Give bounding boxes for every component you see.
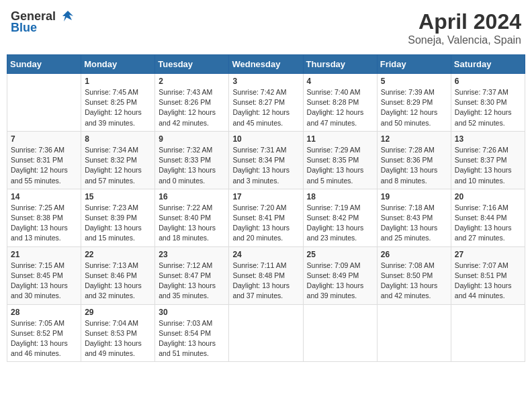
calendar-day-cell: 8Sunrise: 7:34 AMSunset: 8:32 PMDaylight…: [81, 131, 155, 189]
day-number: 2: [159, 77, 225, 86]
calendar-day-cell: 24Sunrise: 7:11 AMSunset: 8:48 PMDayligh…: [229, 246, 303, 304]
day-number: 6: [455, 77, 521, 86]
calendar-day-cell: [229, 304, 303, 362]
day-number: 26: [381, 250, 447, 259]
day-number: 1: [85, 77, 151, 86]
day-number: 7: [11, 134, 77, 144]
calendar-day-cell: 16Sunrise: 7:22 AMSunset: 8:40 PMDayligh…: [155, 189, 229, 246]
calendar-day-cell: 22Sunrise: 7:13 AMSunset: 8:46 PMDayligh…: [81, 246, 155, 304]
calendar-day-cell: 9Sunrise: 7:32 AMSunset: 8:33 PMDaylight…: [155, 131, 229, 189]
calendar-day-cell: 12Sunrise: 7:28 AMSunset: 8:36 PMDayligh…: [377, 131, 451, 189]
day-number: 11: [307, 134, 373, 144]
calendar-day-cell: [7, 74, 81, 132]
day-info: Sunrise: 7:31 AMSunset: 8:34 PMDaylight:…: [232, 145, 299, 186]
day-number: 4: [307, 77, 373, 86]
calendar-day-cell: [303, 304, 377, 362]
day-info: Sunrise: 7:05 AMSunset: 8:52 PMDaylight:…: [11, 318, 77, 359]
calendar-day-cell: 5Sunrise: 7:39 AMSunset: 8:29 PMDaylight…: [377, 74, 451, 132]
day-of-week-header: Sunday: [7, 55, 81, 74]
day-number: 29: [85, 308, 151, 317]
calendar-day-cell: 23Sunrise: 7:12 AMSunset: 8:47 PMDayligh…: [155, 246, 229, 304]
day-of-week-header: Saturday: [451, 55, 525, 74]
day-info: Sunrise: 7:29 AMSunset: 8:35 PMDaylight:…: [307, 145, 373, 186]
day-of-week-header: Wednesday: [229, 55, 303, 74]
day-number: 28: [11, 308, 77, 317]
day-info: Sunrise: 7:04 AMSunset: 8:53 PMDaylight:…: [85, 318, 151, 359]
day-info: Sunrise: 7:23 AMSunset: 8:39 PMDaylight:…: [85, 203, 151, 244]
day-info: Sunrise: 7:45 AMSunset: 8:25 PMDaylight:…: [85, 87, 151, 128]
day-number: 12: [381, 134, 447, 144]
day-info: Sunrise: 7:22 AMSunset: 8:40 PMDaylight:…: [159, 203, 225, 244]
day-number: 3: [232, 77, 299, 86]
calendar-day-cell: 28Sunrise: 7:05 AMSunset: 8:52 PMDayligh…: [7, 304, 81, 362]
day-info: Sunrise: 7:08 AMSunset: 8:50 PMDaylight:…: [381, 261, 447, 302]
svg-marker-0: [62, 11, 73, 21]
calendar-day-cell: 1Sunrise: 7:45 AMSunset: 8:25 PMDaylight…: [81, 74, 155, 132]
day-info: Sunrise: 7:42 AMSunset: 8:27 PMDaylight:…: [232, 87, 299, 128]
calendar-week-row: 7Sunrise: 7:36 AMSunset: 8:31 PMDaylight…: [7, 131, 525, 189]
day-number: 14: [11, 192, 77, 201]
day-number: 20: [455, 192, 521, 201]
calendar-week-row: 28Sunrise: 7:05 AMSunset: 8:52 PMDayligh…: [7, 304, 525, 362]
calendar-table: SundayMondayTuesdayWednesdayThursdayFrid…: [7, 54, 525, 362]
day-number: 22: [85, 250, 151, 259]
day-info: Sunrise: 7:28 AMSunset: 8:36 PMDaylight:…: [381, 145, 447, 186]
calendar-week-row: 1Sunrise: 7:45 AMSunset: 8:25 PMDaylight…: [7, 74, 525, 132]
calendar-day-cell: 7Sunrise: 7:36 AMSunset: 8:31 PMDaylight…: [7, 131, 81, 189]
calendar-day-cell: 26Sunrise: 7:08 AMSunset: 8:50 PMDayligh…: [377, 246, 451, 304]
calendar-day-cell: 13Sunrise: 7:26 AMSunset: 8:37 PMDayligh…: [451, 131, 525, 189]
day-info: Sunrise: 7:16 AMSunset: 8:44 PMDaylight:…: [455, 203, 521, 244]
calendar-day-cell: 18Sunrise: 7:19 AMSunset: 8:42 PMDayligh…: [303, 189, 377, 246]
day-info: Sunrise: 7:40 AMSunset: 8:28 PMDaylight:…: [307, 87, 373, 128]
page-header: General Blue April 2024 Soneja, Valencia…: [7, 7, 525, 49]
calendar-day-cell: 6Sunrise: 7:37 AMSunset: 8:30 PMDaylight…: [451, 74, 525, 132]
day-number: 27: [455, 250, 521, 259]
day-number: 10: [232, 134, 299, 144]
logo: General Blue: [11, 9, 76, 35]
day-number: 21: [11, 250, 77, 259]
calendar-day-cell: 2Sunrise: 7:43 AMSunset: 8:26 PMDaylight…: [155, 74, 229, 132]
calendar-day-cell: 11Sunrise: 7:29 AMSunset: 8:35 PMDayligh…: [303, 131, 377, 189]
day-number: 18: [307, 192, 373, 201]
day-info: Sunrise: 7:18 AMSunset: 8:43 PMDaylight:…: [381, 203, 447, 244]
logo-blue-text: Blue: [11, 21, 37, 35]
day-info: Sunrise: 7:26 AMSunset: 8:37 PMDaylight:…: [455, 145, 521, 186]
day-number: 5: [381, 77, 447, 86]
calendar-day-cell: 30Sunrise: 7:03 AMSunset: 8:54 PMDayligh…: [155, 304, 229, 362]
day-number: 15: [85, 192, 151, 201]
day-info: Sunrise: 7:19 AMSunset: 8:42 PMDaylight:…: [307, 203, 373, 244]
day-info: Sunrise: 7:13 AMSunset: 8:46 PMDaylight:…: [85, 261, 151, 302]
calendar-day-cell: 14Sunrise: 7:25 AMSunset: 8:38 PMDayligh…: [7, 189, 81, 246]
day-number: 19: [381, 192, 447, 201]
day-info: Sunrise: 7:25 AMSunset: 8:38 PMDaylight:…: [11, 203, 77, 244]
calendar-day-cell: 3Sunrise: 7:42 AMSunset: 8:27 PMDaylight…: [229, 74, 303, 132]
calendar-day-cell: 25Sunrise: 7:09 AMSunset: 8:49 PMDayligh…: [303, 246, 377, 304]
day-of-week-header: Friday: [377, 55, 451, 74]
day-info: Sunrise: 7:03 AMSunset: 8:54 PMDaylight:…: [159, 318, 225, 359]
calendar-day-cell: 10Sunrise: 7:31 AMSunset: 8:34 PMDayligh…: [229, 131, 303, 189]
day-number: 16: [159, 192, 225, 201]
day-number: 25: [307, 250, 373, 259]
day-info: Sunrise: 7:09 AMSunset: 8:49 PMDaylight:…: [307, 261, 373, 302]
day-info: Sunrise: 7:43 AMSunset: 8:26 PMDaylight:…: [159, 87, 225, 128]
calendar-day-cell: 27Sunrise: 7:07 AMSunset: 8:51 PMDayligh…: [451, 246, 525, 304]
month-title: April 2024: [408, 9, 521, 34]
day-info: Sunrise: 7:39 AMSunset: 8:29 PMDaylight:…: [381, 87, 447, 128]
calendar-week-row: 21Sunrise: 7:15 AMSunset: 8:45 PMDayligh…: [7, 246, 525, 304]
day-of-week-header: Monday: [81, 55, 155, 74]
calendar-day-cell: [451, 304, 525, 362]
day-number: 30: [159, 308, 225, 317]
day-info: Sunrise: 7:11 AMSunset: 8:48 PMDaylight:…: [232, 261, 299, 302]
calendar-day-cell: 29Sunrise: 7:04 AMSunset: 8:53 PMDayligh…: [81, 304, 155, 362]
day-number: 24: [232, 250, 299, 259]
day-number: 13: [455, 134, 521, 144]
day-number: 17: [232, 192, 299, 201]
day-info: Sunrise: 7:32 AMSunset: 8:33 PMDaylight:…: [159, 145, 225, 186]
title-area: April 2024 Soneja, Valencia, Spain: [408, 9, 521, 46]
calendar-day-cell: 21Sunrise: 7:15 AMSunset: 8:45 PMDayligh…: [7, 246, 81, 304]
calendar-day-cell: 19Sunrise: 7:18 AMSunset: 8:43 PMDayligh…: [377, 189, 451, 246]
day-info: Sunrise: 7:07 AMSunset: 8:51 PMDaylight:…: [455, 261, 521, 302]
day-number: 9: [159, 134, 225, 144]
calendar-week-row: 14Sunrise: 7:25 AMSunset: 8:38 PMDayligh…: [7, 189, 525, 246]
day-of-week-header: Thursday: [303, 55, 377, 74]
